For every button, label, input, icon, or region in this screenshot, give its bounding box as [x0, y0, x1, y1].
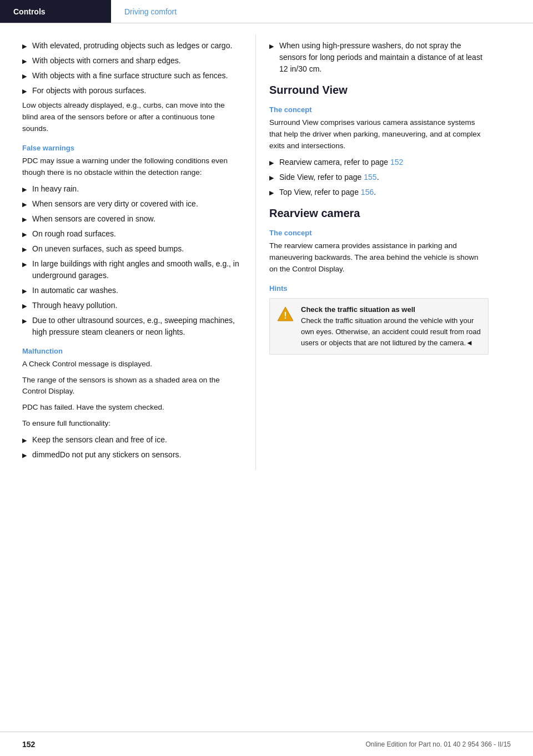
surround-view-links: ▶ Rearview camera, refer to page 152 ▶ S…: [269, 157, 489, 198]
bullet-item-text: On rough road surfaces.: [32, 228, 242, 240]
intro-paragraph: Low objects already displayed, e.g., cur…: [22, 100, 242, 135]
bullet-item-text: With elevated, protruding objects such a…: [32, 40, 242, 52]
bullet-item-text: On uneven surfaces, such as speed bumps.: [32, 243, 242, 255]
list-item: ▶ In automatic car washes.: [22, 285, 242, 296]
warning-line-2: Check the traffic situation around the v…: [301, 316, 481, 347]
bullet-arrow-icon: ▶: [22, 316, 27, 326]
warning-line-1: Check the traffic situation as well: [301, 305, 415, 314]
bullet-arrow-icon: ▶: [269, 173, 274, 183]
bullet-arrow-icon: ▶: [22, 215, 27, 224]
page-ref-152[interactable]: 152: [390, 158, 403, 167]
list-item: ▶ Side View, refer to page 155.: [269, 172, 489, 183]
false-warnings-section: False warnings PDC may issue a warning u…: [22, 144, 242, 338]
rearview-concept-heading: The concept: [269, 229, 489, 237]
false-warnings-intro: PDC may issue a warning under the follow…: [22, 155, 242, 179]
warning-text-content: Check the traffic situation as well Chec…: [301, 304, 481, 349]
bullet-item-text: In automatic car washes.: [32, 285, 242, 296]
list-item: ▶ In large buildings with right angles a…: [22, 258, 242, 281]
bullet-arrow-icon: ▶: [22, 230, 27, 239]
header-driving-comfort-tab[interactable]: Driving comfort: [111, 0, 533, 23]
list-item: ▶ On uneven surfaces, such as speed bump…: [22, 243, 242, 255]
rearview-concept-text: The rearview camera provides assistance …: [269, 240, 489, 275]
bullet-item-text: Side View, refer to page 155.: [279, 172, 489, 183]
false-warnings-heading: False warnings: [22, 144, 242, 152]
bullet-arrow-icon: ▶: [22, 72, 27, 81]
bullet-item-text: Top View, refer to page 156.: [279, 187, 489, 198]
surround-view-concept-heading: The concept: [269, 105, 489, 114]
bullet-item-text: In heavy rain.: [32, 183, 242, 195]
list-item: ▶ With objects with corners and sharp ed…: [22, 55, 242, 67]
bullet-item-text: Through heavy pollution.: [32, 300, 242, 311]
list-item: ▶ Rearview camera, refer to page 152: [269, 157, 489, 168]
page-ref-155[interactable]: 155: [364, 173, 376, 182]
surround-view-heading: Surround View: [269, 84, 489, 97]
driving-comfort-label: Driving comfort: [124, 7, 177, 16]
malfunction-para-3: PDC has failed. Have the system checked.: [22, 402, 242, 414]
bullet-arrow-icon: ▶: [22, 260, 27, 269]
surround-view-section: Surround View The concept Surround View …: [269, 84, 489, 198]
bullet-arrow-icon: ▶: [269, 158, 274, 168]
left-column: ▶ With elevated, protruding objects such…: [0, 34, 255, 470]
bullet-item-text: dimmedDo not put any stickers on sensors…: [32, 449, 242, 461]
bullet-arrow-icon: ▶: [22, 436, 27, 445]
bullet-arrow-icon: ▶: [22, 87, 27, 96]
content-wrapper: ▶ With elevated, protruding objects such…: [0, 23, 533, 503]
bullet-arrow-icon: ▶: [269, 188, 274, 198]
bullet-arrow-icon: ▶: [22, 301, 27, 311]
bullet-arrow-icon: ▶: [22, 286, 27, 296]
bullet-item-text: With objects with corners and sharp edge…: [32, 55, 242, 67]
malfunction-para-4: To ensure full functionality:: [22, 418, 242, 430]
rearview-camera-section: Rearview camera The concept The rearview…: [269, 207, 489, 355]
bullet-arrow-icon: ▶: [22, 42, 27, 51]
list-item: ▶ In heavy rain.: [22, 183, 242, 195]
bullet-arrow-icon: ▶: [22, 200, 27, 209]
footer-notice: Online Edition for Part no. 01 40 2 954 …: [365, 740, 511, 748]
malfunction-heading: Malfunction: [22, 347, 242, 355]
malfunction-section: Malfunction A Check Control message is d…: [22, 347, 242, 461]
bullet-arrow-icon: ▶: [22, 57, 27, 66]
hints-heading: Hints: [269, 284, 489, 293]
list-item: ▶ Through heavy pollution.: [22, 300, 242, 311]
controls-label: Controls: [13, 7, 46, 16]
bullet-item-text: Keep the sensors clean and free of ice.: [32, 434, 242, 446]
right-column: ▶ When using high-pressure washers, do n…: [255, 34, 511, 470]
list-item: ▶ With elevated, protruding objects such…: [22, 40, 242, 52]
page-ref-156[interactable]: 156: [361, 188, 374, 196]
svg-text:!: !: [284, 311, 286, 320]
malfunction-list: ▶ Keep the sensors clean and free of ice…: [22, 434, 242, 461]
bullet-item-text: In large buildings with right angles and…: [32, 258, 242, 281]
page-footer: 152 Online Edition for Part no. 01 40 2 …: [0, 732, 533, 756]
bullet-item-text: With objects with a fine surface structu…: [32, 70, 242, 82]
bullet-item-text: Due to other ultrasound sources, e.g., s…: [32, 315, 242, 338]
bullet-arrow-icon: ▶: [22, 245, 27, 254]
bullet-item-text: When using high-pressure washers, do not…: [279, 40, 489, 75]
bullet-item-text: Rearview camera, refer to page 152: [279, 157, 489, 168]
malfunction-para-2: The range of the sensors is shown as a s…: [22, 375, 242, 398]
page-number: 152: [22, 740, 35, 749]
list-item: ▶ For objects with porous surfaces.: [22, 85, 242, 97]
top-bullet-list: ▶ With elevated, protruding objects such…: [22, 40, 242, 97]
list-item: ▶ On rough road surfaces.: [22, 228, 242, 240]
bullet-item-text: When sensors are covered in snow.: [32, 213, 242, 225]
rearview-camera-heading: Rearview camera: [269, 207, 489, 220]
surround-view-concept-text: Surround View comprises various camera a…: [269, 117, 489, 152]
false-warnings-list: ▶ In heavy rain. ▶ When sensors are very…: [22, 183, 242, 338]
list-item: ▶ Keep the sensors clean and free of ice…: [22, 434, 242, 446]
list-item: ▶ When sensors are very dirty or covered…: [22, 198, 242, 210]
malfunction-para-1: A Check Control message is displayed.: [22, 359, 242, 370]
bullet-item-text: When sensors are very dirty or covered w…: [32, 198, 242, 210]
header-controls-tab[interactable]: Controls: [0, 0, 111, 23]
list-item: ▶ When sensors are covered in snow.: [22, 213, 242, 225]
list-item: ▶ Due to other ultrasound sources, e.g.,…: [22, 315, 242, 338]
list-item: ▶ Top View, refer to page 156.: [269, 187, 489, 198]
bullet-item-text: For objects with porous surfaces.: [32, 85, 242, 97]
list-item: ▶ When using high-pressure washers, do n…: [269, 40, 489, 75]
top-right-bullet: ▶ When using high-pressure washers, do n…: [269, 40, 489, 75]
warning-box: ! Check the traffic situation as well Ch…: [269, 298, 489, 355]
list-item: ▶ dimmedDo not put any stickers on senso…: [22, 449, 242, 461]
bullet-arrow-icon: ▶: [22, 185, 27, 194]
bullet-arrow-icon: ▶: [269, 42, 274, 51]
list-item: ▶ With objects with a fine surface struc…: [22, 70, 242, 82]
page-header: Controls Driving comfort: [0, 0, 533, 23]
bullet-arrow-icon: ▶: [22, 451, 27, 460]
